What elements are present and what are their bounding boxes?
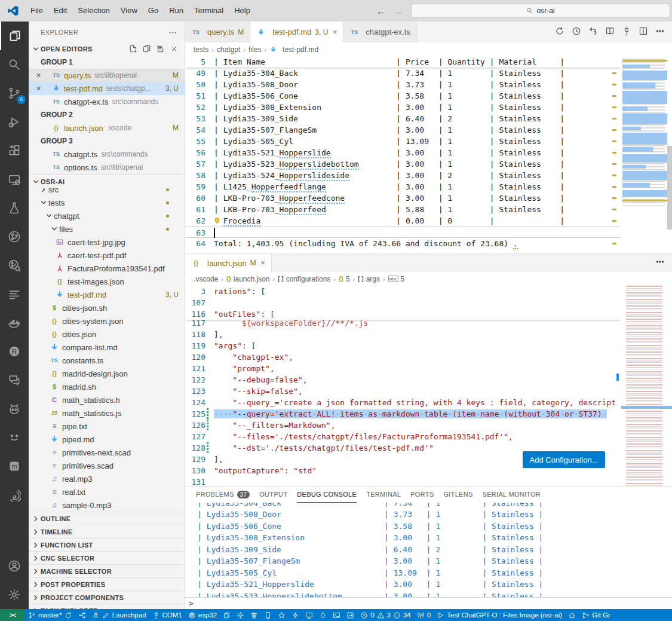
activitybar-remote-explorer-icon[interactable] [0,165,29,194]
activitybar-r-extension-icon[interactable]: R [0,337,29,366]
code-line[interactable]: 121 "prompt", [185,363,621,374]
new-untitled-file-icon[interactable] [128,44,137,54]
tree-item-cities-json.sh[interactable]: $cities-json.sh [29,301,185,314]
cursor-line[interactable]: 63 [185,227,621,238]
tree-item-sample-0.mp3[interactable]: ♫sample-0.mp3 [29,498,185,512]
minimap[interactable] [621,286,672,486]
tab-test-pdf.md[interactable]: test-pdf.md 3, U× [250,22,343,42]
status-trash-action[interactable] [247,609,261,621]
compare-icon[interactable] [588,26,598,38]
lightbulb-icon[interactable] [213,216,222,225]
code-line[interactable]: 56| Lydia35-521_Hopperslide | 3.00 | 1 |… [185,147,621,158]
status-debug-config[interactable]: Test ChatGPT-O : Files:Image (osr-ai) [434,609,565,621]
add-configuration-button[interactable]: Add Configuration... [523,451,605,468]
debug-console-input[interactable]: > [185,597,672,609]
open-editor-options.ts[interactable]: TSoptions.ts src\lib\openai [29,161,185,174]
scrollbar[interactable] [667,146,672,230]
status-home[interactable] [565,609,579,621]
tree-item-pipe.txt[interactable]: ≡pipe.txt [29,420,185,433]
section-cnc-selector[interactable]: CNC SELECTOR [29,551,185,564]
save-all-icon[interactable] [156,44,165,54]
code-line[interactable]: 60| LKB-Pro-703_Hopperfeedcone | 3.00 | … [185,192,621,204]
status-serial-port[interactable]: COM1 [149,609,185,621]
breadcrumb-item-test-pdf.md[interactable]: test-pdf.md [269,45,318,54]
breadcrumb-item-files[interactable]: files [248,45,261,54]
activitybar-extensions-icon[interactable] [0,136,29,165]
code-line[interactable]: 123 "--skip=false", [185,386,621,397]
panel-tab-terminal[interactable]: TERMINAL [366,487,401,503]
code-line[interactable]: 131 [185,476,621,486]
status-settings-action[interactable] [234,609,247,621]
tree-item-test-images.json[interactable]: {}test-images.json [29,275,185,288]
panel-tab-debug-console[interactable]: DEBUG CONSOLE [297,487,357,503]
tree-item-files[interactable]: files [29,222,185,235]
code-line[interactable]: 64Total: 1,403.95 (including IVA of 243.… [185,238,621,249]
status-device-action[interactable] [261,609,275,621]
section-timeline[interactable]: TIMELINE [29,525,185,538]
menu-edit[interactable]: Edit [48,0,72,22]
code-line[interactable]: 124 "--query_='create a json formatted s… [185,397,621,408]
timeline-icon[interactable] [572,26,581,38]
section-task-explorer[interactable]: TASK EXPLORER [29,604,185,609]
activitybar-gitlens-inspect-icon[interactable] [0,251,29,280]
menu-run[interactable]: Run [164,0,189,22]
activitybar-m-extension-icon[interactable]: m [0,452,29,481]
section-machine-selector[interactable]: MACHINE SELECTOR [29,564,185,577]
activitybar-settings-icon[interactable] [0,580,29,609]
code-lines[interactable]: 49| Lydia35-304_Back | 7.34 | 1 | Stainl… [185,68,621,249]
project-root-header[interactable]: OSR-AI [29,174,185,188]
tree-item-caert-test-pdf.pdf[interactable]: ⅄caert-test-pdf.pdf [29,249,185,262]
nav-back-icon[interactable]: ← [376,6,385,16]
status-launchpad[interactable]: Launchpad [89,609,149,621]
status-star-action[interactable] [275,609,289,621]
menu-help[interactable]: Help [229,0,256,22]
tree-item-madrid-design.json[interactable]: {}madrid-design.json [29,367,185,380]
code-line[interactable]: 61| LKB-Pro-703_Hopperfeed | 5.88 | 1 | … [185,204,621,215]
open-editor-chatgpt.ts[interactable]: TSchatgpt.ts src\commands [29,148,185,161]
activitybar-docker-icon[interactable] [0,308,29,337]
panel-tab-problems[interactable]: PROBLEMS37 [196,487,250,503]
tree-item-FacturaProforma193541.pdf[interactable]: ⅄FacturaProforma193541.pdf [29,262,185,275]
breadcrumb-item-args[interactable]: [ ]args [358,275,380,283]
tree-item-cities.json[interactable]: {}cities.json [29,328,185,341]
open-editor-query.ts[interactable]: ✕ TSquery.ts src\lib\openaiM [29,69,185,82]
nav-forward-icon[interactable]: → [394,6,403,16]
activitybar-gitlens-icon[interactable] [0,222,29,251]
tab-query.ts[interactable]: TSquery.ts M [185,22,250,42]
code-line[interactable]: 119"args": [ [185,340,621,351]
code-line[interactable]: 57| Lydia35-523_Hopperslidebottom | 3.00… [185,158,621,170]
code-line[interactable]: 125····"--query='extract·ALL!·items·as·m… [185,408,621,420]
status-terminal-action[interactable] [330,609,343,621]
activitybar-comments-icon[interactable] [0,366,29,394]
code-line[interactable]: 49| Lydia35-304_Back | 7.34 | 1 | Stainl… [185,68,621,79]
status-git-graph[interactable]: Git Gr [579,609,613,621]
tab-launch.json[interactable]: {}launch.jsonM× [185,254,272,272]
code-line[interactable]: 52| Lydia35-308_Extension | 3.00 | 1 | S… [185,102,621,113]
open-editor-launch.json[interactable]: {}launch.json .vscodeM [29,121,185,134]
tree-item-src[interactable]: src [29,188,185,196]
open-changes-icon[interactable] [555,26,564,38]
code-line[interactable]: 127 "--files='./tests/chatgpt/files/Fact… [185,431,621,442]
code-line[interactable]: 120 "chatgpt-ex", [185,351,621,363]
section-project-components[interactable]: PROJECT COMPONENTS [29,591,185,604]
code-line[interactable]: 54| Lydia35-507_FlangeSm | 3.00 | 1 | St… [185,124,621,136]
remote-indicator[interactable]: >< [0,609,25,621]
section-function-list[interactable]: FUNCTION LIST [29,538,185,551]
breadcrumb-item-chatgpt[interactable]: chatgpt [217,45,240,54]
status-flash-action[interactable] [289,609,302,621]
status-monitor-action[interactable] [302,609,316,621]
breadcrumb-item-tests[interactable]: tests [194,45,208,54]
code-line[interactable]: 55| Lydia35-505_Cyl | 13.09 | 1 | Stainl… [185,136,621,147]
close-icon[interactable]: ✕ [36,72,41,79]
close-icon[interactable]: ✕ [36,85,41,93]
json-editor[interactable]: 3rations": [107116"outFiles": [ 117 ${wo… [185,286,672,486]
status-git-branch[interactable]: master* [25,609,75,621]
tab-chatgpt-ex.ts[interactable]: TSchatgpt-ex.ts [343,22,416,42]
sidebar-more-icon[interactable]: ⋯ [169,27,177,37]
new-editor-group-icon[interactable] [142,44,151,54]
code-line[interactable]: 62 Frocedia | 0.00 | 0 | | [185,215,621,227]
tree-item-math_statistics.js[interactable]: JSmath_statistics.js [29,406,185,420]
close-icon[interactable]: × [261,259,265,267]
tree-item-primitives.scad[interactable]: ≡primitives.scad [29,459,185,472]
status-flame-action[interactable] [316,609,330,621]
